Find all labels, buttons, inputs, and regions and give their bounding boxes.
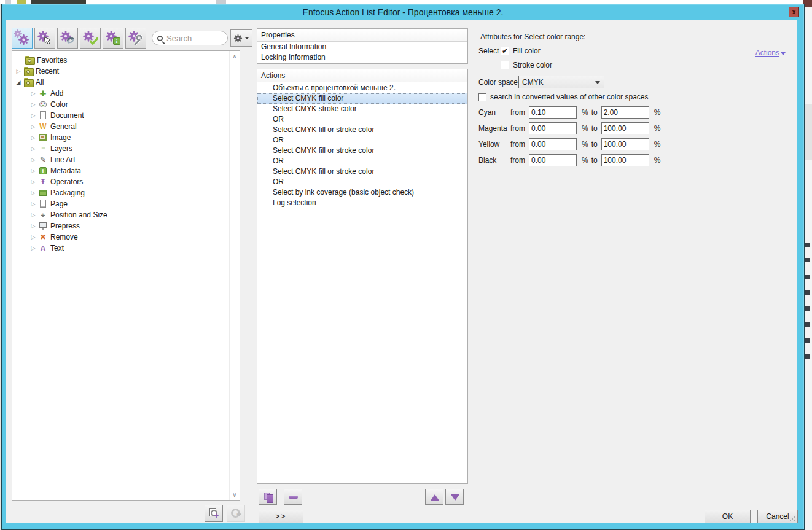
move-down-button[interactable] <box>445 489 464 505</box>
action-row[interactable]: OR <box>257 177 467 187</box>
tree-item-prepress[interactable]: ▷ Prepress <box>12 220 107 232</box>
tree-item-document[interactable]: ▷ Document <box>12 110 107 121</box>
settings-menu-button[interactable] <box>230 29 252 47</box>
inform-actions-button[interactable]: i <box>103 28 123 49</box>
actions-header: Actions <box>257 69 467 82</box>
ok-button[interactable]: OK <box>705 510 751 523</box>
yellow-label: Yellow <box>478 140 510 149</box>
yellow-to-input[interactable] <box>601 138 649 150</box>
titlebar[interactable]: Enfocus Action List Editor - Процентовка… <box>2 4 804 20</box>
action-row[interactable]: Select CMYK stroke color <box>257 104 467 114</box>
tree-item-remove[interactable]: ▷ ✖ Remove <box>12 232 107 243</box>
tree-item-recent[interactable]: ▷ Recent <box>12 66 107 77</box>
expander-collapsed-icon[interactable]: ▷ <box>29 146 37 152</box>
tree-item-add[interactable]: ▷ ✚ Add <box>12 88 107 99</box>
cyan-label: Cyan <box>478 108 510 117</box>
check-actions-button[interactable] <box>80 28 101 49</box>
search-input[interactable] <box>166 34 221 43</box>
action-row[interactable]: OR <box>257 156 467 166</box>
expander-collapsed-icon[interactable]: ▷ <box>29 212 37 218</box>
action-row[interactable]: Объекты с процентовкой меньше 2. <box>257 83 467 93</box>
tree-item-color[interactable]: ▷ Color <box>12 99 107 110</box>
sync-icon <box>66 36 75 45</box>
tree-item-packaging[interactable]: ▷ Packaging <box>12 187 107 198</box>
fix-actions-button[interactable] <box>125 28 146 49</box>
action-row[interactable]: Select by ink coverage (basic object che… <box>257 187 467 198</box>
select-actions-button[interactable] <box>34 28 55 49</box>
cyan-range-row: Cyan from % to % <box>478 106 663 119</box>
cyan-from-input[interactable] <box>529 106 577 119</box>
expander-collapsed-icon[interactable]: ▷ <box>29 201 37 207</box>
fill-color-checkbox[interactable]: ✔ <box>501 47 509 55</box>
close-button[interactable]: x <box>789 7 799 17</box>
tree-item-operators[interactable]: ▷ Ŧ Operators <box>12 176 107 187</box>
chevron-down-icon <box>244 37 249 39</box>
expander-collapsed-icon[interactable]: ▷ <box>29 112 37 119</box>
expander-collapsed-icon[interactable]: ▷ <box>29 179 37 185</box>
magenta-from-input[interactable] <box>529 122 577 134</box>
tree-item-metadata[interactable]: ▷ i Metadata <box>12 165 107 176</box>
expander-collapsed-icon[interactable]: ▷ <box>29 190 37 196</box>
stroke-color-label: Stroke color <box>513 61 552 69</box>
magenta-to-input[interactable] <box>601 122 649 134</box>
search-converted-checkbox[interactable]: ✔ <box>478 93 486 101</box>
expand-panel-button[interactable]: >> <box>259 510 303 523</box>
stroke-color-checkbox[interactable]: ✔ <box>501 61 509 69</box>
tree-item-text[interactable]: ▷ A Text <box>12 243 107 254</box>
expander-collapsed-icon[interactable]: ▷ <box>15 68 22 74</box>
cyan-to-input[interactable] <box>601 106 649 119</box>
tree-item-favorites[interactable]: Favorites <box>12 55 107 66</box>
expander-collapsed-icon[interactable]: ▷ <box>29 101 37 107</box>
tree-item-line-art[interactable]: ▷ ✎ Line Art <box>12 154 107 165</box>
tree-item-layers[interactable]: ▷ ≡ Layers <box>12 143 107 154</box>
change-actions-button[interactable] <box>57 28 78 49</box>
tree-item-image[interactable]: ▷ Image <box>12 132 107 143</box>
color-space-dropdown[interactable]: CMYK <box>518 76 604 88</box>
action-list-editor-window: Enfocus Action List Editor - Процентовка… <box>1 4 805 530</box>
tree-item-all[interactable]: ◢ All <box>12 77 107 88</box>
tree-item-general[interactable]: ▷ W General <box>12 121 107 132</box>
expander-collapsed-icon[interactable]: ▷ <box>29 234 37 240</box>
action-row[interactable]: OR <box>257 114 467 125</box>
tree-item-page[interactable]: ▷ Page <box>12 198 107 209</box>
stroke-color-row: ✔ Stroke color <box>501 61 552 69</box>
black-from-input[interactable] <box>529 154 577 166</box>
folder-gear-icon <box>23 78 33 87</box>
expander-collapsed-icon[interactable]: ▷ <box>29 157 37 163</box>
resize-grip[interactable] <box>789 516 795 522</box>
yellow-from-input[interactable] <box>529 138 577 150</box>
wrench-icon <box>134 35 144 45</box>
scroll-up-icon[interactable]: ∧ <box>230 51 240 61</box>
move-up-button[interactable] <box>425 489 443 505</box>
expander-collapsed-icon[interactable]: ▷ <box>29 90 37 96</box>
remove-action-button[interactable] <box>284 489 302 505</box>
duplicate-action-button[interactable] <box>259 489 277 505</box>
expander-collapsed-icon[interactable]: ▷ <box>29 168 37 174</box>
triangle-up-icon <box>431 494 439 501</box>
expander-collapsed-icon[interactable]: ▷ <box>29 245 37 251</box>
pen-icon: ✎ <box>38 155 48 164</box>
action-row[interactable]: Log selection <box>257 198 467 208</box>
action-row[interactable]: Select CMYK fill or stroke color <box>257 125 467 135</box>
tree-scrollbar[interactable]: ∧ ∨ <box>229 51 240 500</box>
duplicate-icon <box>264 493 270 500</box>
action-row[interactable]: Select CMYK fill or stroke color <box>257 146 467 156</box>
properties-row-general[interactable]: General Information <box>257 42 467 52</box>
scroll-down-icon[interactable]: ∨ <box>230 489 240 500</box>
action-row-selected[interactable]: Select CMYK fill color <box>257 93 467 104</box>
tree-item-position-and-size[interactable]: ▷ ⌖ Position and Size <box>12 209 107 220</box>
expander-collapsed-icon[interactable]: ▷ <box>29 134 37 141</box>
action-row[interactable]: OR <box>257 135 467 146</box>
new-group-button-disabled[interactable] <box>227 505 245 522</box>
expander-collapsed-icon[interactable]: ▷ <box>29 123 37 130</box>
clamp-icon: Ŧ <box>38 177 48 186</box>
properties-row-locking[interactable]: Locking Information <box>257 52 467 63</box>
action-row[interactable]: Select CMYK fill or stroke color <box>257 166 467 177</box>
expander-expanded-icon[interactable]: ◢ <box>15 79 22 85</box>
expander-collapsed-icon[interactable]: ▷ <box>29 223 37 229</box>
search-box <box>152 31 228 45</box>
new-action-list-button[interactable] <box>205 505 223 522</box>
attributes-actions-menu[interactable]: Actions <box>755 49 786 57</box>
black-to-input[interactable] <box>601 154 649 166</box>
all-actions-button[interactable] <box>12 28 33 49</box>
